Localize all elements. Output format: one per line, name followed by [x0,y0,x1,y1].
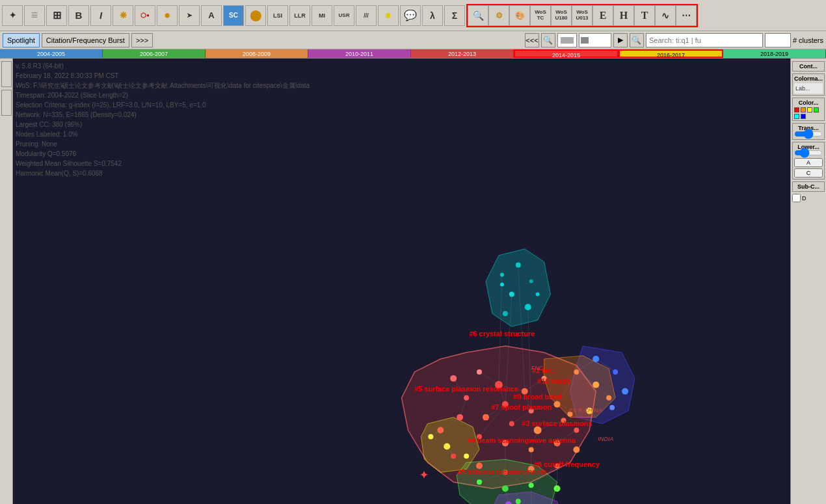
swatch-red[interactable] [794,107,799,113]
colormap-section: Colorma... Lab... [792,73,825,96]
node [450,375,457,382]
bold-tool-btn[interactable]: B [68,5,89,26]
sc-tool-btn[interactable]: SC [223,5,244,26]
node [500,282,504,286]
right-panel: Cont... Colorma... Lab... Color... Trans… [790,59,826,504]
wos-tc-btn[interactable]: WoSTC [530,5,551,26]
lower-btn[interactable]: A [794,158,823,167]
grid-tool-btn[interactable]: ⊞ [46,5,67,26]
cluster-0-label: #0 broad band [513,393,562,401]
more-btn[interactable]: >>> [131,33,153,47]
bold-t-btn[interactable]: T [634,5,655,26]
main-toolbar: ✦ ≡ ⊞ B I ❋ ⬡● ⬢ ➤ A SC ⬤ LSI LLR MI USR… [0,0,826,31]
country-fnc: FNC [531,365,544,371]
node [609,405,615,410]
cluster-6-label: #6 crystal structure [469,330,535,338]
timeline-2018[interactable]: 2018-2019 [723,49,826,58]
swatch-orange[interactable] [801,107,806,113]
bold-h-btn[interactable]: H [613,5,634,26]
lsi-tool-btn[interactable]: LSI [267,5,288,26]
lower-section: Lower... A C [792,142,825,179]
timeline-2008[interactable]: 2008-2009 [206,49,308,58]
svg-rect-0 [13,61,790,501]
spotlight-btn[interactable]: Spotlight [3,33,40,47]
flower-tool-btn[interactable]: ❋ [113,5,133,26]
timeline-bar: 2004-2005 2006-2007 2008-2009 2010-2011 … [0,49,826,59]
transparency-section: Trans... [792,123,825,140]
timeline-2004[interactable]: 2004-2005 [0,49,103,58]
node [464,453,469,458]
arrow-tool-btn[interactable]: ➤ [179,5,200,26]
lambda-btn[interactable]: λ [422,5,443,26]
swatch-cyan[interactable] [794,114,799,119]
transparency-slider[interactable] [794,131,823,137]
timeline-2006[interactable]: 2006-2007 [103,49,206,58]
left-btn-1[interactable] [1,61,12,87]
timeline-2016[interactable]: 2016-2017 [619,49,723,58]
clusters-label: # clusters [793,36,823,44]
lower-btn2[interactable]: C [794,168,823,178]
highlighted-tool-group: 🔍 ⚙ 🎨 WoSTC WoSU180 WoSU013 E H T ∿ ⋯ [466,4,698,27]
font-tool-btn[interactable]: A [201,5,222,26]
country-es-r-china: ES R.CHINA [568,407,602,414]
color-swatches [794,107,823,119]
yellow-circle-btn[interactable]: ● [378,5,399,26]
left-panel [0,59,13,504]
lab-label: Lab... [795,85,821,92]
node [573,446,580,453]
timeline-2010[interactable]: 2010-2011 [308,49,411,58]
speech-btn[interactable]: 💬 [400,5,421,26]
sigma-btn[interactable]: Σ [444,5,465,26]
subc-section: Sub-C... [792,181,825,192]
subc-title: Sub-C... [794,183,823,190]
zoom-search-btn[interactable]: 🔍 [630,33,644,47]
swatch-blue[interactable] [801,114,806,119]
network2-tool-btn[interactable]: ⬢ [157,5,178,26]
swatch-green[interactable] [814,107,819,113]
mi-tool-btn[interactable]: MI [312,5,332,26]
palette-btn[interactable]: 🎨 [509,5,530,26]
network-visualization: ✦ #6 crystal structure #5 surface plasmo… [13,59,790,504]
country-india: INDIA [598,436,613,442]
usr-tool-btn[interactable]: USR [334,5,354,26]
cluster-gear-btn[interactable]: ⚙ [488,5,509,26]
italic-tool-btn[interactable]: I [90,5,111,26]
llr-tool-btn[interactable]: LLR [289,5,310,26]
main-area: v. 5.8.R3 (64-bit) February 18, 2022 8:3… [0,59,826,504]
lower-slider[interactable] [794,150,823,155]
network-canvas[interactable]: v. 5.8.R3 (64-bit) February 18, 2022 8:3… [13,59,790,504]
network1-tool-btn[interactable]: ⬡● [135,5,155,26]
star-marker: ✦ [420,470,429,481]
clusters-count-input[interactable]: 19 [765,33,791,47]
color-section: Color... [792,98,825,121]
secondary-toolbar: Spotlight Citation/Frequency Burst >>> <… [0,31,826,49]
sub-checkbox[interactable] [792,194,801,202]
nav-next-btn[interactable]: ▶ [613,33,628,47]
slash-tool-btn[interactable]: /// [356,5,377,26]
search-cluster-btn[interactable]: 🔍 [468,5,488,26]
wos-u180-btn[interactable]: WoSU180 [551,5,572,26]
search-input[interactable] [646,33,763,47]
star-tool-btn[interactable]: ✦ [2,5,23,26]
citation-burst-btn[interactable]: Citation/Frequency Burst [42,33,129,47]
timeline-2012[interactable]: 2012-2013 [411,49,514,58]
left-btn-2[interactable] [1,90,12,116]
lines-tool-btn[interactable]: ≡ [24,5,45,26]
bold-e-btn[interactable]: E [593,5,613,26]
wos-u013-btn[interactable]: WoSU013 [572,5,593,26]
node [529,280,533,284]
cluster-5-label: #5 surface plasmon resonance [414,385,518,393]
control-title: Cont... [794,63,823,70]
colormap-title: Colorma... [794,75,823,82]
swatch-yellow[interactable] [807,107,812,113]
timeline-2014[interactable]: 2014-2015 [514,49,619,58]
node [516,499,521,504]
nav-prev-btn[interactable]: <<< [525,33,539,47]
wave-btn[interactable]: ∿ [655,5,676,26]
zoom-in-btn[interactable]: 🔍 [541,33,555,47]
cluster-3-label: #3 surface plasmons [522,419,592,427]
node [613,369,618,375]
circle-tool-btn[interactable]: ⬤ [245,5,266,26]
checkbox-label: D [802,195,806,202]
dots-btn[interactable]: ⋯ [676,5,697,26]
